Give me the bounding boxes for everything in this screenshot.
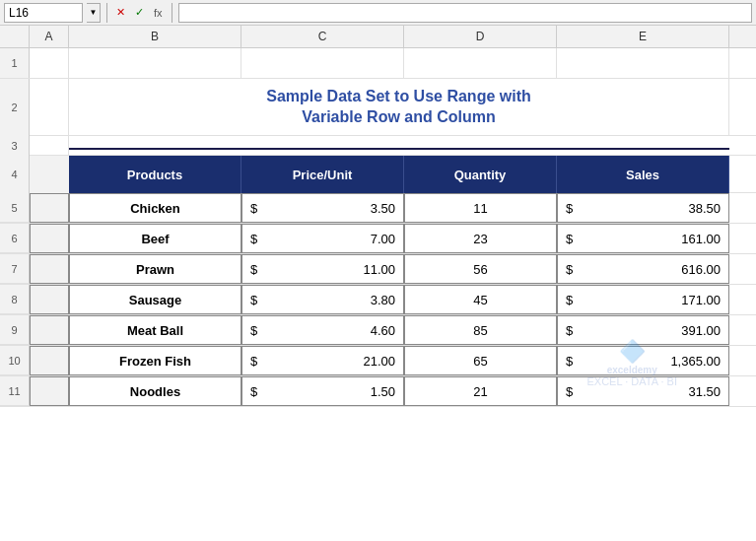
sales-dollar-10: $	[558, 354, 577, 369]
cell-quantity-5[interactable]: 11	[404, 193, 557, 223]
row-2: 2 Sample Data Set to Use Range with Vari…	[0, 79, 756, 136]
cell-b1[interactable]	[69, 48, 241, 78]
cell-product-6[interactable]: Beef	[69, 224, 241, 253]
cell-price-7[interactable]: $ 11.00	[241, 254, 404, 284]
header-products-label: Products	[127, 168, 182, 182]
header-quantity: Quantity	[404, 156, 557, 193]
cell-sales-8[interactable]: $ 171.00	[557, 285, 729, 314]
cell-product-5[interactable]: Chicken	[69, 193, 241, 223]
cell-a5[interactable]	[30, 193, 69, 223]
rownum-8: 8	[0, 285, 30, 314]
spreadsheet-wrapper: A B C D E 1 2 Sample Data Set to Use Ran…	[0, 26, 756, 407]
sales-dollar-8: $	[558, 293, 577, 307]
name-box[interactable]: L16	[4, 3, 83, 23]
price-amount-7: 11.00	[261, 262, 395, 277]
cell-price-10[interactable]: $ 21.00	[241, 346, 404, 375]
cell-a10[interactable]	[30, 346, 69, 375]
cell-price-11[interactable]: $ 1.50	[241, 376, 404, 406]
price-amount-11: 1.50	[261, 384, 395, 399]
name-box-dropdown[interactable]: ▼	[87, 3, 101, 23]
watermark-icon: 🔷	[587, 339, 678, 365]
title-line2: Variable Row and Column	[302, 107, 495, 128]
col-header-c[interactable]: C	[241, 26, 404, 47]
price-dollar-11: $	[242, 384, 261, 399]
cell-product-7[interactable]: Prawn	[69, 254, 241, 284]
formula-fx-icon[interactable]: fx	[151, 7, 166, 19]
cell-sales-7[interactable]: $ 616.00	[557, 254, 729, 284]
cell-d1[interactable]	[404, 48, 557, 78]
cell-sales-5[interactable]: $ 38.50	[557, 193, 729, 223]
cell-e1[interactable]	[557, 48, 729, 78]
cell-quantity-9[interactable]: 85	[404, 315, 557, 345]
sales-dollar-9: $	[558, 323, 577, 338]
cell-a2[interactable]	[30, 79, 69, 136]
cell-a4[interactable]	[30, 156, 69, 193]
col-header-a[interactable]: A	[30, 26, 69, 47]
formula-bar-sep1	[106, 3, 107, 23]
cell-c1[interactable]	[241, 48, 404, 78]
rownum-9: 9	[0, 315, 30, 345]
header-sales-label: Sales	[626, 168, 659, 182]
col-header-b[interactable]: B	[69, 26, 241, 47]
cell-quantity-7[interactable]: 56	[404, 254, 557, 284]
sales-amount-8: 171.00	[577, 293, 721, 307]
row-7: 7 Prawn $ 11.00 56 $ 616.00	[0, 254, 756, 285]
corner-cell	[0, 26, 30, 47]
cell-a9[interactable]	[30, 315, 69, 345]
cell-price-5[interactable]: $ 3.50	[241, 193, 404, 223]
title-merged-cell[interactable]: Sample Data Set to Use Range with Variab…	[69, 79, 729, 136]
cell-price-6[interactable]: $ 7.00	[241, 224, 404, 253]
col-header-d[interactable]: D	[404, 26, 557, 47]
price-dollar-5: $	[242, 201, 261, 216]
sales-dollar-5: $	[558, 201, 577, 216]
row-8: 8 Sausage $ 3.80 45 $ 171.00	[0, 285, 756, 315]
cell-product-8[interactable]: Sausage	[69, 285, 241, 314]
price-dollar-7: $	[242, 262, 261, 277]
row-4: 4 Products Price/Unit Quantity Sales	[0, 156, 756, 193]
price-amount-5: 3.50	[261, 201, 395, 216]
cell-sales-6[interactable]: $ 161.00	[557, 224, 729, 253]
cell-product-11[interactable]: Noodles	[69, 376, 241, 406]
rownum-11: 11	[0, 376, 30, 406]
cell-a11[interactable]	[30, 376, 69, 406]
sales-dollar-6: $	[558, 232, 577, 246]
cell-quantity-8[interactable]: 45	[404, 285, 557, 314]
row-1: 1	[0, 48, 756, 79]
header-products: Products	[69, 156, 241, 193]
name-box-value: L16	[9, 6, 29, 20]
rownum-2: 2	[0, 79, 30, 136]
cell-price-9[interactable]: $ 4.60	[241, 315, 404, 345]
cell-a3[interactable]	[30, 136, 69, 156]
watermark-brand: exceldemy	[587, 365, 678, 375]
header-quantity-label: Quantity	[454, 168, 507, 182]
header-priceunit: Price/Unit	[241, 156, 404, 193]
cell-quantity-11[interactable]: 21	[404, 376, 557, 406]
cell-product-9[interactable]: Meat Ball	[69, 315, 241, 345]
sales-amount-7: 616.00	[577, 262, 721, 277]
row-3: 3	[0, 136, 756, 156]
title-line1: Sample Data Set to Use Range with	[266, 87, 531, 107]
cell-a7[interactable]	[30, 254, 69, 284]
price-dollar-8: $	[242, 293, 261, 307]
cell-a6[interactable]	[30, 224, 69, 253]
header-priceunit-label: Price/Unit	[293, 168, 353, 182]
cell-a8[interactable]	[30, 285, 69, 314]
row-6: 6 Beef $ 7.00 23 $ 161.00	[0, 224, 756, 254]
watermark-tagline: EXCEL · DATA · BI	[587, 375, 678, 387]
row-5: 5 Chicken $ 3.50 11 $ 38.50	[0, 193, 756, 224]
formula-confirm-icon[interactable]: ✓	[132, 6, 147, 19]
cell-price-8[interactable]: $ 3.80	[241, 285, 404, 314]
rownum-7: 7	[0, 254, 30, 284]
price-amount-8: 3.80	[261, 293, 395, 307]
formula-cancel-icon[interactable]: ✕	[113, 6, 128, 19]
cell-product-10[interactable]: Frozen Fish	[69, 346, 241, 375]
rownum-5: 5	[0, 193, 30, 223]
formula-bar: L16 ▼ ✕ ✓ fx	[0, 0, 756, 26]
cell-quantity-10[interactable]: 65	[404, 346, 557, 375]
cell-a1[interactable]	[30, 48, 69, 78]
sales-amount-9: 391.00	[577, 323, 721, 338]
col-header-e[interactable]: E	[557, 26, 729, 47]
divider-cell	[69, 136, 729, 156]
cell-quantity-6[interactable]: 23	[404, 224, 557, 253]
formula-input[interactable]	[178, 3, 752, 23]
